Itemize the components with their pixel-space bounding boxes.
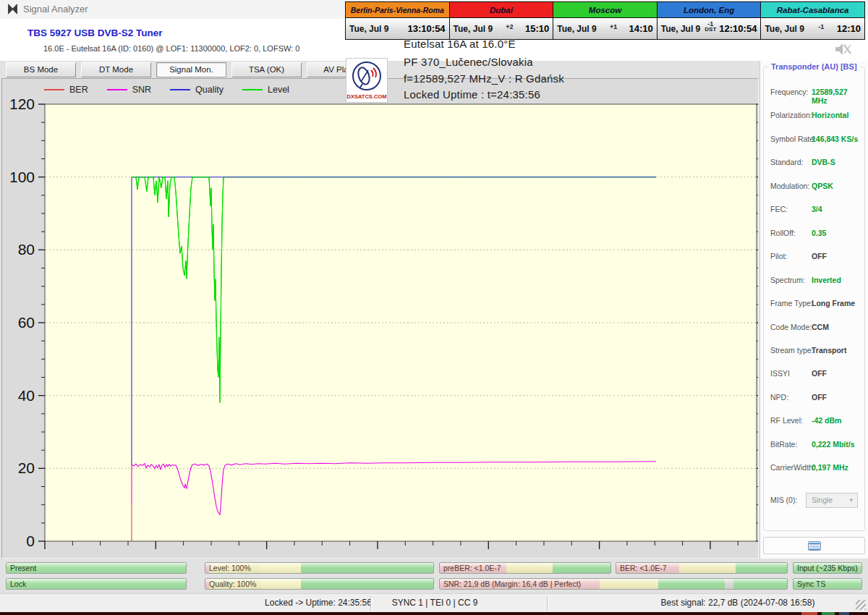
clock-time-cell: Tue, Jul 9-112:10 xyxy=(761,18,864,39)
transponder-row-value: Long Frame xyxy=(812,299,855,308)
clock-utc-offset: +1 xyxy=(600,24,628,30)
transponder-sidebar: Transponder (AU) [BS] Frequency:12589,52… xyxy=(760,61,868,559)
transponder-row-value: Inverted xyxy=(812,276,841,284)
uptime-info-line: Locked Uptime : t=24:35:56 xyxy=(404,88,540,101)
logo-caption: DXSATCS.COM xyxy=(346,93,387,100)
y-axis-tick-label: 120 xyxy=(9,96,35,112)
y-axis-tick-label: 80 xyxy=(18,241,35,258)
transponder-row-value: OFF xyxy=(812,252,827,260)
mode-button-tsa-ok-[interactable]: TSA (OK) xyxy=(231,62,302,77)
clock-time-value: 15:10 xyxy=(525,23,549,34)
frequency-info-line: f=12589,527 MHz_V : R Gdańsk xyxy=(404,72,564,85)
bar-present: Present xyxy=(6,562,187,574)
bottom-edge-pixels xyxy=(801,612,817,615)
table-export-button[interactable] xyxy=(763,537,865,554)
mis-row: MIS (0): Single ▾ xyxy=(764,496,864,512)
statusbar-best-signal: Best signal: 22,7 dB (2024-07-08 16:58) xyxy=(661,598,815,608)
bar-lock: Lock xyxy=(6,578,187,590)
transponder-row-label: Symbol Rate: xyxy=(770,135,816,143)
bar-quality-100: Quality: 100% xyxy=(205,578,434,590)
statusbar-lock-uptime: Locked -> Uptime: 24:35:56 xyxy=(265,598,372,608)
mis-value: Single xyxy=(812,496,833,504)
clock-city-label: Rabat-Casablanca xyxy=(761,2,864,18)
offset-value: +1 xyxy=(610,24,617,30)
clock-city-label: London, Eng xyxy=(658,2,761,18)
transponder-row-streamtype: Stream type:Transport xyxy=(764,346,864,356)
transponder-row-pilot: Pilot:OFF xyxy=(764,252,864,262)
resize-grip-icon[interactable] xyxy=(856,600,866,610)
legend-item-ber: BER xyxy=(44,85,88,95)
bar-preber-1-0e-7: preBER: <1.0E-7 xyxy=(439,562,611,574)
app-bowtie-icon xyxy=(7,4,18,14)
clock-day: Tue, Jul 9 xyxy=(661,24,700,34)
transponder-row-value: OFF xyxy=(812,393,827,402)
clock-time-cell: Tue, Jul 9+114:10 xyxy=(553,18,657,39)
legend-label: SNR xyxy=(132,85,151,95)
clock-moscow: MoscowTue, Jul 9+114:10 xyxy=(553,2,658,39)
transponder-row-label: Standard: xyxy=(770,158,804,166)
transponder-row-value: 0,222 Mbit/s xyxy=(812,440,855,449)
site-info-line: PF 370_Lučenec/Slovakia xyxy=(404,56,533,68)
y-axis-tick-label: 40 xyxy=(18,387,35,404)
legend-line-swatch xyxy=(170,89,190,90)
signal-chart: 020406080100120 xyxy=(2,79,758,558)
transponder-row-spectrum: Spectrum:Inverted xyxy=(764,276,864,286)
chevron-down-icon: ▾ xyxy=(849,493,853,507)
transponder-row-label: Pilot: xyxy=(770,252,787,260)
satellite-info-line: Eutelsat 16A at 16.0°E xyxy=(404,38,516,50)
clock-city-label: Dubai xyxy=(450,2,553,18)
mute-icon[interactable] xyxy=(833,42,852,56)
y-axis-tick-label: 0 xyxy=(26,533,35,549)
transponder-row-rolloff: RollOff:0.35 xyxy=(764,229,864,239)
bar-label: Sync TS xyxy=(797,580,826,588)
clock-london-eng: London, EngTue, Jul 9-1DST12:10:54 xyxy=(658,2,762,39)
mode-button-bs-mode[interactable]: BS Mode xyxy=(6,62,76,77)
transponder-row-npd: NPD:OFF xyxy=(764,393,864,403)
transponder-row-standard: Standard:DVB-S xyxy=(764,158,864,168)
transponder-row-label: Stream type: xyxy=(770,346,814,355)
transponder-row-value: Horizontal xyxy=(812,111,848,119)
clock-utc-offset: -1DST xyxy=(703,21,718,33)
clock-city-label: Moscow xyxy=(553,2,657,18)
table-icon xyxy=(808,541,821,551)
offset-value: -1 xyxy=(818,24,824,30)
transponder-row-label: BitRate: xyxy=(770,440,797,449)
clock-time-cell: Tue, Jul 9+215:10 xyxy=(450,18,553,39)
bar-label: Level: 100% xyxy=(209,564,251,572)
clock-day: Tue, Jul 9 xyxy=(557,24,596,34)
bar-sync-ts: Sync TS xyxy=(793,578,862,590)
clock-day: Tue, Jul 9 xyxy=(349,24,388,34)
legend-item-level: Level xyxy=(242,85,289,95)
legend-line-swatch xyxy=(242,89,263,90)
transponder-row-label: Modulation: xyxy=(770,182,809,190)
transponder-row-carrierwidth: CarrierWidth:0,197 MHz xyxy=(764,463,864,473)
transponder-row-modulation: Modulation:QPSK xyxy=(764,182,864,192)
transponder-row-value: 146,843 KS/s xyxy=(812,135,858,143)
transponder-row-label: RollOff: xyxy=(770,229,796,237)
transponder-row-value: 3/4 xyxy=(812,205,822,213)
transponder-row-rflevel: RF Level:-42 dBm xyxy=(764,416,864,426)
mode-button-dt-mode[interactable]: DT Mode xyxy=(81,62,151,77)
mis-dropdown[interactable]: Single ▾ xyxy=(806,493,858,508)
clock-day: Tue, Jul 9 xyxy=(454,24,493,34)
mode-button-signal-mon-[interactable]: Signal Mon. xyxy=(156,62,226,77)
transponder-row-frequency: Frequency:12589,527 MHz xyxy=(764,88,864,98)
transponder-row-label: RF Level: xyxy=(770,416,803,425)
transponder-groupbox: Transponder (AU) [BS] Frequency:12589,52… xyxy=(763,67,865,531)
y-axis-tick-label: 20 xyxy=(18,459,35,476)
bar-label: Quality: 100% xyxy=(209,580,256,588)
transponder-row-value: QPSK xyxy=(812,182,833,190)
transponder-row-label: CarrierWidth: xyxy=(770,463,815,472)
transponder-row-bitrate: BitRate:0,222 Mbit/s xyxy=(764,440,864,450)
y-axis-tick-label: 100 xyxy=(9,169,35,185)
transponder-row-label: Spectrum: xyxy=(770,276,805,284)
bar-label: SNR: 21,9 dB (Margin: 16,4 dB | Perfect) xyxy=(443,580,581,588)
transponder-row-codemode: Code Mode:CCM xyxy=(764,323,864,333)
bar-label: preBER: <1.0E-7 xyxy=(443,564,501,572)
bar-ber-1-0e-7: BER: <1.0E-7 xyxy=(616,562,788,574)
transponder-row-value: Transport xyxy=(812,346,846,355)
transponder-row-label: Frequency: xyxy=(770,88,809,96)
chart-legend: BERSNRQualityLevel xyxy=(44,85,289,95)
transponder-title: Transponder (AU) [BS] xyxy=(768,62,860,71)
transponder-row-value: -42 dBm xyxy=(812,416,841,425)
